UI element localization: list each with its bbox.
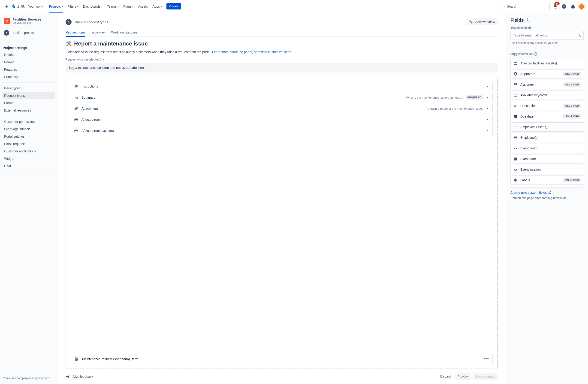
fields-panel-title: Fields: [510, 18, 524, 23]
suggested-field-description[interactable]: Description ISSUE VIEW: [510, 101, 584, 110]
sidebar-item-summary[interactable]: Summary: [2, 73, 55, 81]
text-icon: [74, 95, 79, 100]
form-field-instructions[interactable]: Instructions: [71, 82, 493, 91]
request-type-description-value[interactable]: Log a maintenance concern that needs our…: [65, 63, 498, 72]
sidebar-item-external-resources[interactable]: External resources: [2, 107, 55, 114]
folder-icon: [513, 61, 518, 65]
form-field-summary[interactable]: Summary What is the maintenance issue th…: [71, 93, 493, 102]
form-field-attachment[interactable]: Attachment Attach a photo of the mainten…: [71, 104, 493, 113]
issue-view-badge: ISSUE VIEW: [563, 83, 581, 86]
sidebar-item-features[interactable]: Features: [2, 66, 55, 73]
nav-item-assets[interactable]: Assets: [136, 3, 150, 10]
tab-issue-view[interactable]: Issue view: [90, 29, 105, 37]
suggested-field-event-location[interactable]: Event location: [510, 165, 584, 174]
suggested-field-available-keycards[interactable]: Available keycards: [510, 90, 584, 100]
sidebar-item-people[interactable]: People: [2, 58, 55, 66]
page-title: 🛠️ Report a maintenance issue: [65, 41, 498, 47]
folder-icon: [513, 93, 518, 97]
profile-avatar[interactable]: [578, 3, 585, 10]
chevron-down-icon: ▾: [43, 5, 44, 8]
project-settings-heading: Project settings: [2, 43, 55, 51]
info-icon[interactable]: i: [534, 52, 538, 56]
sidebar-item-language-support[interactable]: Language support: [2, 125, 55, 133]
list-icon: [74, 84, 79, 88]
nav-item-dashboards[interactable]: Dashboards▾: [81, 3, 104, 10]
nav-item-projects[interactable]: Projects▾: [47, 3, 65, 10]
fields-panel: Fields i Search all fields Use fields fr…: [506, 13, 588, 384]
suggested-field-event-count[interactable]: Event count: [510, 144, 584, 153]
chevron-right-icon: [485, 85, 489, 88]
chevron-down-icon: ▾: [62, 5, 63, 8]
search-icon: [577, 33, 581, 37]
more-actions-icon[interactable]: •••: [483, 357, 489, 361]
nav-item-filters[interactable]: Filters▾: [65, 3, 80, 10]
suggested-field-event-date[interactable]: Event date: [510, 154, 584, 164]
settings-icon[interactable]: [569, 3, 576, 10]
nav-item-your-work[interactable]: Your work▾: [26, 3, 46, 10]
folder-icon: [513, 125, 518, 129]
tab-request-form[interactable]: Request form: [65, 29, 85, 37]
suggested-field-affected-facilities-asset-s-[interactable]: Affected facilities asset(s): [510, 59, 584, 68]
back-to-request-types[interactable]: Back to request types: [65, 19, 108, 25]
top-nav: Jira Your work▾Projects▾Filters▾Dashboar…: [0, 0, 588, 13]
view-workflow-button[interactable]: View workflow: [466, 19, 498, 25]
sidebar-item-forms[interactable]: Forms: [2, 99, 55, 107]
form-fields-dropzone[interactable]: Instructions Summary What is the mainten…: [65, 77, 498, 369]
global-search[interactable]: [502, 3, 550, 10]
nav-item-plans[interactable]: Plans▾: [122, 3, 135, 10]
sidebar-item-customer-notifications[interactable]: Customer notifications: [2, 148, 55, 155]
learn-more-link[interactable]: Learn more about the portal: [212, 50, 252, 54]
sidebar-item-email-requests[interactable]: Email requests: [2, 140, 55, 148]
sidebar-item-request-types[interactable]: Request types: [2, 92, 55, 99]
tab-workflow-statuses[interactable]: Workflow statuses: [111, 29, 137, 37]
sidebar-footer: You're in a company-managed project: [2, 374, 55, 382]
give-feedback-button[interactable]: Give feedback: [65, 374, 93, 379]
nav-item-apps[interactable]: Apps▾: [150, 3, 164, 10]
fields-search[interactable]: [510, 31, 584, 40]
attached-form-card[interactable]: `Maintenance request (short form)` form …: [71, 354, 493, 364]
project-icon: [4, 18, 10, 24]
search-all-fields-label: Search all fields: [510, 26, 584, 29]
sidebar-item-portal-settings[interactable]: Portal settings: [2, 133, 55, 140]
sidebar-item-details[interactable]: Details: [2, 51, 55, 58]
sidebar-item-issue-types[interactable]: Issue types: [2, 85, 55, 92]
global-search-input[interactable]: [507, 5, 547, 8]
discard-button[interactable]: Discard: [438, 373, 453, 380]
back-to-project[interactable]: Back to project: [2, 28, 55, 37]
suggested-field-approvers[interactable]: Approvers ISSUE VIEW: [510, 69, 584, 79]
jira-logo[interactable]: Jira: [11, 4, 24, 9]
sidebar-item-chat[interactable]: Chat: [2, 162, 55, 170]
suggested-field-peek: [510, 186, 584, 188]
create-custom-fields-link[interactable]: Create new custom fields: [510, 191, 584, 194]
list-icon: [513, 104, 518, 108]
customize-fields-link[interactable]: how to customize fields: [258, 50, 291, 54]
form-icon: [74, 357, 78, 361]
info-icon[interactable]: i: [100, 58, 104, 62]
sidebar-item-customer-permissions[interactable]: Customer permissions: [2, 118, 55, 125]
back-arrow-icon: [65, 19, 72, 25]
suggested-field-employee-s-[interactable]: Employee(s): [510, 133, 584, 142]
search-hint: Use fields from any project on your site: [510, 41, 584, 44]
project-header[interactable]: Facilities Services Service project: [2, 18, 55, 28]
app-switcher-icon[interactable]: [3, 3, 10, 10]
text-icon: [513, 146, 518, 150]
fields-panel-footer: Refresh this page after creating new fie…: [510, 196, 584, 200]
sidebar-item-widget[interactable]: Widget: [2, 155, 55, 162]
notifications-icon[interactable]: 9+: [551, 3, 559, 10]
chevron-down-icon: ▾: [161, 5, 162, 8]
info-icon[interactable]: i: [526, 19, 529, 22]
create-button[interactable]: Create: [167, 3, 181, 9]
help-icon[interactable]: [560, 3, 568, 10]
form-field-affected-room-asset-s-[interactable]: Affected room asset(s): [71, 126, 493, 135]
preview-button[interactable]: Preview: [455, 373, 471, 380]
form-field-affected-room[interactable]: Affected room: [71, 115, 493, 124]
suggested-field-due-date[interactable]: Due date ISSUE VIEW: [510, 112, 584, 121]
suggested-field-employee-asset-s-[interactable]: Employee Asset(s): [510, 122, 584, 132]
suggested-field-assignee[interactable]: Assignee ISSUE VIEW: [510, 80, 584, 89]
suggested-field-labels[interactable]: Labels ISSUE VIEW: [510, 175, 584, 185]
main-content: Back to request types View workflow Requ…: [57, 13, 506, 384]
issue-view-badge: ISSUE VIEW: [563, 104, 581, 108]
fields-search-input[interactable]: [513, 33, 577, 37]
chevron-down-icon: ▾: [118, 5, 119, 8]
nav-item-teams[interactable]: Teams▾: [105, 3, 121, 10]
